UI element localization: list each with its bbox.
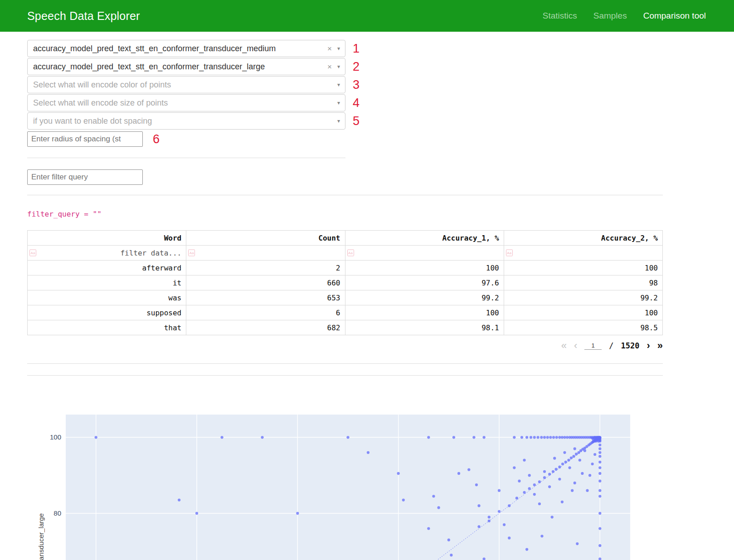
color-encode-select[interactable]: Select what will encode color of points … [27,76,345,93]
annotation-6: 6 [153,132,160,146]
nav-comparison-tool[interactable]: Comparison tool [643,11,706,21]
table-cell[interactable]: 682 [186,320,345,335]
dot-spacing-placeholder: if you want to enable dot spacing [33,116,337,126]
table-row: supposed6100100 [28,305,663,320]
color-encode-placeholder: Select what will encode color of points [33,80,337,90]
model2-select[interactable]: accuracy_model_pred_text_stt_en_conforme… [27,58,345,75]
chevron-down-icon[interactable]: ▾ [337,100,340,106]
filter-cell-accuracy-1[interactable]: Aa [345,246,504,261]
chevron-down-icon[interactable]: ▾ [337,82,340,87]
annotation-3: 3 [353,78,360,92]
table-cell[interactable]: 99.2 [504,290,662,305]
case-sensitivity-icon[interactable]: Aa [188,250,195,256]
filter-query-input[interactable] [27,169,143,185]
table-cell[interactable]: 97.6 [345,275,504,290]
color-encode-row: Select what will encode color of points … [27,76,663,93]
annotation-5: 5 [353,114,360,128]
page-separator: / [609,341,613,350]
radius-input[interactable] [27,131,143,147]
filter-cell-word[interactable]: Aa filter data... [28,246,186,261]
table-cell[interactable]: 100 [504,261,662,275]
table-cell[interactable]: 98.1 [345,320,504,335]
table-cell[interactable]: 99.2 [345,290,504,305]
table-cell[interactable]: was [28,290,186,305]
table-cell[interactable]: 100 [345,305,504,320]
first-page-icon[interactable]: « [561,341,567,351]
model2-select-value: accuracy_model_pred_text_stt_en_conforme… [33,62,327,72]
table-header-row: Word Count Accuracy_1, % Accuracy_2, % [28,231,663,246]
dot-spacing-select[interactable]: if you want to enable dot spacing ▾ [27,112,345,130]
size-encode-row: Select what will encode size of points ▾… [27,94,663,111]
table-row: was65399.299.2 [28,290,663,305]
table-cell[interactable]: 6 [186,305,345,320]
y-tick-label: 80 [43,509,61,517]
model1-row: accuracy_model_pred_text_stt_en_conforme… [27,40,663,57]
app-title: Speech Data Explorer [27,10,140,23]
table-row: afterward2100100 [28,261,663,275]
prev-page-icon[interactable]: ‹ [574,341,577,351]
filter-query-display: filter_query = "" [27,210,663,218]
table-cell[interactable]: supposed [28,305,186,320]
table-cell[interactable]: that [28,320,186,335]
table-cell[interactable]: 100 [504,305,662,320]
navbar: Speech Data Explorer Statistics Samples … [0,0,734,32]
pagination: « ‹ / 1520 › » [27,341,663,351]
annotation-1: 1 [353,42,360,56]
filter-cell-count[interactable]: Aa [186,246,345,261]
annotation-4: 4 [353,96,360,110]
column-header-word[interactable]: Word [28,231,186,246]
table-cell[interactable]: afterward [28,261,186,275]
radius-row: 6 [27,131,663,147]
size-encode-select[interactable]: Select what will encode size of points ▾ [27,94,345,111]
chevron-down-icon[interactable]: ▾ [337,64,340,69]
word-table-body: afterward2100100it66097.698was65399.299.… [28,261,663,335]
case-sensitivity-icon[interactable]: Aa [506,250,513,256]
size-encode-placeholder: Select what will encode size of points [33,98,337,108]
model1-select[interactable]: accuracy_model_pred_text_stt_en_conforme… [27,40,345,57]
page-number-input[interactable] [584,342,602,350]
model1-select-value: accuracy_model_pred_text_stt_en_conforme… [33,44,327,53]
clear-icon[interactable]: × [327,63,332,71]
annotation-2: 2 [353,60,360,74]
clear-icon[interactable]: × [327,45,332,53]
table-cell[interactable]: 98.5 [504,320,662,335]
total-pages: 1520 [621,341,639,350]
table-cell[interactable]: 653 [186,290,345,305]
table-row: it66097.698 [28,275,663,290]
chevron-down-icon[interactable]: ▾ [337,118,340,124]
divider [27,375,663,376]
nav-statistics[interactable]: Statistics [543,11,577,21]
main-content: accuracy_model_pred_text_stt_en_conforme… [0,32,734,560]
filter-cell-accuracy-2[interactable]: Aa [504,246,662,261]
divider [27,195,663,195]
table-cell[interactable]: 2 [186,261,345,275]
table-cell[interactable]: 100 [345,261,504,275]
chevron-down-icon[interactable]: ▾ [337,46,340,51]
case-sensitivity-icon[interactable]: Aa [29,250,36,256]
table-cell[interactable]: it [28,275,186,290]
filter-input-row [27,158,663,185]
scatter-chart: accuracy_model_pred_text_stt_en_conforme… [66,415,630,560]
word-table: Word Count Accuracy_1, % Accuracy_2, % A… [27,230,663,335]
nav-samples[interactable]: Samples [593,11,627,21]
divider [27,363,663,364]
scatter-plot[interactable] [66,415,630,560]
dot-spacing-row: if you want to enable dot spacing ▾ 5 [27,112,663,130]
y-tick-label: 100 [43,433,61,441]
column-header-accuracy-2[interactable]: Accuracy_2, % [504,231,662,246]
table-filter-row: Aa filter data... Aa Aa Aa [28,246,663,261]
y-axis-title: accuracy_model_pred_text_stt_en_conforme… [37,513,45,560]
table-cell[interactable]: 660 [186,275,345,290]
column-header-count[interactable]: Count [186,231,345,246]
model2-row: accuracy_model_pred_text_stt_en_conforme… [27,58,663,75]
table-cell[interactable]: 98 [504,275,662,290]
nav-links: Statistics Samples Comparison tool [543,11,706,21]
table-row: that68298.198.5 [28,320,663,335]
case-sensitivity-icon[interactable]: Aa [347,250,354,256]
column-header-accuracy-1[interactable]: Accuracy_1, % [345,231,504,246]
next-page-icon[interactable]: › [647,341,650,351]
filter-placeholder: filter data... [120,249,181,257]
last-page-icon[interactable]: » [657,341,663,351]
